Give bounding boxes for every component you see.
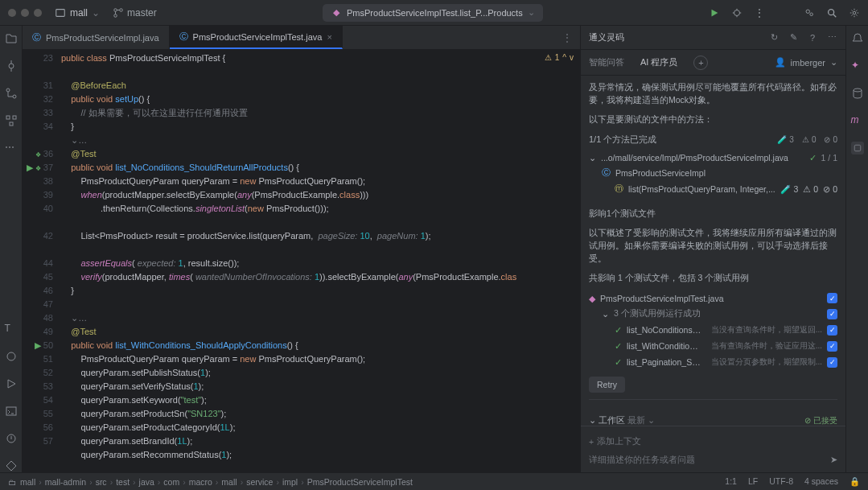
maven-icon[interactable]: m [851, 114, 864, 127]
test-group-label: 3 个测试用例运行成功 [614, 308, 822, 319]
tab-menu-icon[interactable]: ⋮ [554, 32, 580, 43]
database-icon[interactable] [851, 87, 864, 100]
project-tool-icon[interactable] [5, 32, 18, 45]
ai-user-menu[interactable]: 👤 imberger ⌄ [775, 57, 837, 68]
svg-point-10 [6, 89, 10, 92]
checkbox-checked[interactable]: ✓ [827, 309, 837, 319]
git-branch[interactable]: master [113, 7, 157, 19]
run-tool-icon[interactable] [5, 377, 18, 390]
breadcrumb-item[interactable]: macro [189, 477, 212, 487]
build-tool-icon[interactable] [5, 350, 18, 363]
close-window-dot[interactable] [8, 9, 16, 17]
breadcrumb-item[interactable]: PmsProductServiceImplTest [307, 477, 413, 487]
checkbox-checked[interactable]: ✓ [827, 325, 837, 336]
breadcrumb-item[interactable]: com [163, 477, 179, 487]
zoom-window-dot[interactable] [34, 9, 42, 17]
checkbox-checked[interactable]: ✓ [827, 341, 837, 352]
commit-tool-icon[interactable] [5, 60, 18, 72]
add-tab-icon[interactable]: + [693, 56, 708, 70]
gutter: 2331323334❖ 36▶ ❖ 3738394042444546474849… [23, 50, 61, 472]
tab-label: PmsProductServiceImplTest.java [193, 32, 323, 42]
debug-button[interactable] [731, 7, 743, 19]
class-name: PmsProductServiceImpl [615, 168, 837, 178]
chevron-right-icon: › [89, 477, 93, 487]
beaker-badge: 🧪3 [780, 184, 798, 195]
line-separator[interactable]: LF [748, 476, 758, 487]
search-icon[interactable] [826, 7, 837, 19]
send-icon[interactable]: ➤ [830, 455, 837, 465]
svg-point-7 [829, 9, 834, 14]
svg-rect-19 [854, 145, 861, 151]
breadcrumb[interactable]: 🗀mall›mall-admin›src›test›java›com›macro… [8, 477, 413, 487]
test-name: list_WithConditions_S... [627, 341, 701, 351]
test-group-row[interactable]: ⌄ 3 个测试用例运行成功 ✓ [589, 306, 837, 322]
breadcrumb-item[interactable]: java [139, 477, 154, 487]
git-tool-icon[interactable] [5, 459, 18, 472]
breadcrumb-item[interactable]: mall-admin [45, 477, 86, 487]
history-icon[interactable]: ↻ [768, 32, 780, 43]
add-context-button[interactable]: + 添加上下文 [589, 433, 837, 451]
more-tools-icon[interactable]: ⋯ [5, 142, 18, 154]
test-icon: ◆ [331, 7, 342, 19]
test-case-row[interactable]: ✓list_NoConditions_Sho...当没有查询条件时，期望返回..… [589, 322, 837, 338]
code-content[interactable]: public class PmsProductServiceImplTest {… [61, 50, 580, 472]
settings-icon[interactable] [849, 7, 860, 19]
retry-button[interactable]: Retry [589, 377, 625, 393]
test-file-row[interactable]: ◆ PmsProductServiceImplTest.java ✓ [589, 290, 837, 306]
file-encoding[interactable]: UTF-8 [769, 476, 793, 487]
ai-assistant-icon[interactable] [851, 142, 864, 154]
breadcrumb-item[interactable]: test [116, 477, 130, 487]
warning-icon: ⚠ [545, 53, 552, 62]
breadcrumb-item[interactable]: impl [282, 477, 298, 487]
expand-up-icon: ^ [562, 53, 566, 62]
plus-icon: + [589, 437, 594, 447]
beaker-icon: 🧪 [777, 135, 787, 144]
chevron-right-icon: › [110, 477, 113, 487]
svg-point-8 [853, 11, 856, 14]
minimize-window-dot[interactable] [21, 9, 29, 17]
editor-tab[interactable]: ⒸPmsProductServiceImplTest.java× [170, 26, 343, 49]
readonly-icon[interactable]: 🔒 [849, 476, 860, 487]
editor-tab[interactable]: ⒸPmsProductServiceImpl.java [23, 26, 170, 49]
breadcrumb-item[interactable]: mall [221, 477, 237, 487]
panel-menu-icon[interactable]: ⋯ [826, 32, 837, 43]
workspace-toggle[interactable]: ⌄ 工作区 最新 ⌄ [589, 414, 655, 426]
inspection-widget[interactable]: ⚠ 1 ^ v [545, 53, 574, 62]
ai-input[interactable]: 详细描述你的任务或者问题 ➤ [589, 454, 837, 466]
svg-point-18 [854, 89, 862, 92]
bookmarks-icon[interactable]: T [5, 323, 18, 336]
close-tab-icon[interactable]: × [327, 32, 331, 42]
breadcrumb-item[interactable]: src [96, 477, 107, 487]
problems-tool-icon[interactable] [5, 432, 18, 445]
project-name: mall [70, 7, 88, 19]
structure-tool-icon[interactable] [5, 114, 18, 127]
code-with-me-icon[interactable] [804, 7, 815, 19]
breadcrumb-item[interactable]: service [246, 477, 273, 487]
new-chat-icon[interactable]: ✎ [788, 32, 799, 43]
more-icon[interactable]: ⋮ [754, 7, 765, 19]
java-file-icon: Ⓒ [179, 31, 188, 43]
method-row[interactable]: ⓜ list(PmsProductQueryParam, Integer,...… [589, 181, 837, 197]
ai-tab-qa[interactable]: 智能问答 [589, 56, 624, 68]
test-case-row[interactable]: ✓list_WithConditions_S...当有查询条件时，验证应用这..… [589, 338, 837, 354]
source-file-row[interactable]: ⌄ ...o/mall/service/Impl/PmsProductServi… [589, 150, 837, 165]
ai-tool-icon[interactable]: ✦ [851, 60, 864, 72]
run-button[interactable] [709, 7, 720, 19]
terminal-tool-icon[interactable] [5, 405, 18, 418]
class-row[interactable]: Ⓒ PmsProductServiceImpl [589, 165, 837, 181]
breadcrumb-item[interactable]: mall [20, 477, 35, 487]
checkbox-checked[interactable]: ✓ [827, 293, 837, 303]
ai-intro-text-2: 以下是要测试的文件中的方法： [589, 113, 837, 126]
project-selector[interactable]: mall ⌄ [48, 5, 106, 21]
pull-requests-icon[interactable] [5, 87, 18, 100]
cursor-position[interactable]: 1:1 [725, 476, 737, 487]
checkbox-checked[interactable]: ✓ [827, 357, 837, 368]
help-icon[interactable]: ? [807, 32, 818, 43]
notifications-icon[interactable] [851, 32, 864, 45]
run-configuration[interactable]: ◆ PmsProductServiceImplTest.list_P...Pro… [323, 4, 543, 22]
test-case-row[interactable]: ✓list_Pagination_Shoul...当设置分页参数时，期望限制..… [589, 354, 837, 370]
indent-setting[interactable]: 4 spaces [804, 476, 838, 487]
ai-tab-programmer[interactable]: AI 程序员 [640, 56, 677, 68]
project-icon [55, 7, 66, 19]
checkmark-icon: ✓ [809, 153, 817, 163]
